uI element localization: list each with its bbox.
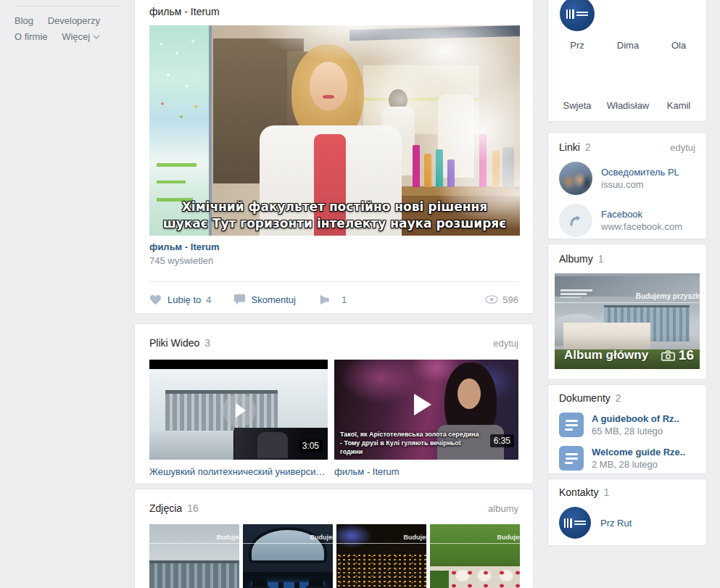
video-scene-cylinder-magenta2 (479, 134, 487, 187)
friend-link-wladislaw[interactable]: Władisław (603, 100, 653, 111)
link-avatar-photo (559, 162, 592, 195)
links-count: 2 (585, 141, 591, 153)
document-item-guidebook[interactable]: A guidebook of Rz.. 65 MB, 28 lutego (559, 413, 695, 437)
politechnika-logo-text (574, 521, 586, 525)
friend-link-swjeta[interactable]: Swjeta (552, 100, 603, 111)
documents-header: Dokumenty 2 (559, 392, 695, 404)
video-thumbnail-2[interactable]: Такої, як Арістотелевська золота середин… (334, 360, 518, 460)
document-title[interactable]: A guidebook of Rz.. (592, 413, 679, 425)
post-views-counter: 596 (485, 294, 518, 305)
politechnika-logo-text (576, 12, 588, 16)
video-thumbnail-1[interactable]: 3:05 (149, 360, 328, 460)
post-action-bar: Lubię to 4 Skomentuj 1 596 (149, 282, 518, 317)
footer-nav: Blog Developerzy O firmie Więcej (15, 15, 131, 47)
video-scene-person3-coat (438, 94, 474, 178)
video-scene-cylinder-orange (424, 154, 431, 187)
photos-count: 16 (187, 502, 199, 514)
link-text: Осведомитель PL issuu.com (601, 167, 679, 191)
friend-link-kamil[interactable]: Kamil (653, 100, 704, 111)
contact-avatar (559, 507, 591, 539)
link-avatar-arrow (559, 204, 592, 237)
photo-thumbnail-folk-dancers[interactable]: Budujemy (430, 524, 520, 588)
photo-thumbnail-building[interactable]: Budujemy (149, 524, 239, 588)
video-files-edit-link[interactable]: edytuj (493, 338, 518, 349)
albums-count: 1 (598, 253, 604, 265)
contact-name-link[interactable]: Prz Rut (600, 518, 632, 529)
friend-link-ola[interactable]: Ola (653, 40, 704, 51)
friend-link-dima[interactable]: Dima (603, 40, 653, 51)
video-scene-molecule-diagram (152, 31, 206, 140)
link-item-osvedomitel[interactable]: Осведомитель PL issuu.com (559, 162, 695, 195)
watermark-text: Budujemy (216, 534, 239, 541)
video-captions-row: Жешувкий политехнический университет... … (149, 466, 518, 477)
comment-button[interactable]: Skomentuj (233, 294, 296, 305)
page: Blog Developerzy O firmie Więcej фильм -… (0, 0, 720, 588)
left-sidebar: Blog Developerzy O firmie Więcej (0, 0, 134, 588)
document-meta: 2 MB, 28 lutego (592, 459, 685, 471)
link-item-facebook[interactable]: Facebook www.facebook.com (559, 204, 695, 237)
contact-item-prz-rut[interactable]: Prz Rut (559, 507, 695, 539)
post-view-count: 596 (502, 294, 518, 305)
photos-albums-link[interactable]: albumy (488, 503, 518, 514)
friends-card: Prz Dima Ola Swjeta Władisław Kamil (547, 0, 707, 122)
sidebar-divider (15, 6, 120, 7)
photos-header: Zdjęcia 16 albumy (149, 502, 518, 514)
document-title[interactable]: Welcome guide Rze.. (592, 447, 685, 458)
nav-row-1: Blog Developerzy (15, 15, 131, 27)
post-video-caption-link[interactable]: фильм - Iterum (149, 241, 518, 252)
nav-link-about[interactable]: O firmie (15, 31, 48, 43)
nav-more-dropdown[interactable]: Więcej (62, 31, 100, 43)
links-card: Linki 2 edytuj Осведомитель PL issuu.com… (547, 132, 707, 239)
camera-icon (661, 350, 675, 361)
video-scene-woman-face (310, 62, 347, 111)
contacts-card: Kontakty 1 Prz Rut (547, 479, 707, 546)
views-eye-icon (485, 295, 498, 304)
contacts-count: 1 (603, 486, 609, 498)
video-scene-cylinder-orange2 (492, 151, 500, 187)
video1-building (165, 390, 278, 431)
video1-caption-link[interactable]: Жешувкий политехнический университет... (149, 466, 328, 477)
share-button[interactable]: 1 (318, 294, 347, 305)
politechnika-logo-mark (564, 518, 572, 528)
documents-card: Dokumenty 2 A guidebook of Rz.. 65 MB, 2… (547, 384, 707, 474)
video-scene-cylinder-purple (447, 160, 455, 187)
documents-title: Dokumenty (559, 392, 611, 404)
links-edit-link[interactable]: edytuj (670, 142, 695, 153)
video-scene-beaker (502, 147, 514, 187)
album-photo-count: 16 (661, 347, 694, 363)
document-text: A guidebook of Rz.. 65 MB, 28 lutego (592, 413, 679, 437)
photo-thumbnail-concert[interactable]: Budujemy (336, 524, 426, 588)
nav-link-developers[interactable]: Developerzy (48, 15, 100, 27)
video1-car-seat (257, 432, 288, 458)
watermark-text: Budujemy (310, 534, 333, 541)
photos-grid: Budujemy Budujemy Budujemy (149, 524, 518, 588)
link-text: Facebook www.facebook.com (601, 209, 682, 233)
chevron-down-icon (93, 35, 100, 39)
watermark-line (555, 302, 700, 303)
photo-thumbnail-cockpit[interactable]: Budujemy (243, 524, 333, 588)
photos-card: Zdjęcia 16 albumy Budujemy Budujemy (134, 489, 534, 588)
video-files-title: Pliki Wideo (149, 337, 199, 349)
video-scene-ceiling (349, 25, 520, 41)
link-title[interactable]: Осведомитель PL (601, 167, 679, 178)
post-video-player[interactable]: Хімічний факультет постійно нові рішення… (149, 25, 520, 236)
video2-subtitle-line2: - Тому друзі в Кулі гуляють вечірньої го… (340, 439, 485, 456)
watermark-text: Budujemy przyszłość (636, 292, 700, 300)
like-button[interactable]: Lubię to 4 (149, 294, 212, 305)
like-count: 4 (206, 294, 211, 305)
video-files-count: 3 (204, 337, 210, 349)
friend-avatar-prz[interactable] (560, 0, 595, 31)
friend-link-prz[interactable]: Prz (552, 40, 603, 51)
video-thumbnails-row: 3:05 Такої, як Арістотелевська золота се… (149, 360, 518, 460)
document-text: Welcome guide Rze.. 2 MB, 28 lutego (592, 447, 685, 471)
album-thumbnail-main[interactable]: Budujemy przyszłość Album główny 16 (555, 273, 700, 369)
video2-caption-link[interactable]: фильм - Iterum (334, 466, 518, 477)
link-title[interactable]: Facebook (601, 209, 682, 220)
nav-link-blog[interactable]: Blog (15, 15, 33, 27)
watermark-line (336, 543, 426, 544)
share-megaphone-icon (318, 294, 331, 305)
document-item-welcome-guide[interactable]: Welcome guide Rze.. 2 MB, 28 lutego (559, 446, 695, 471)
album-count-number: 16 (679, 347, 694, 363)
albums-title: Albumy (559, 253, 593, 265)
document-file-icon (559, 446, 584, 471)
